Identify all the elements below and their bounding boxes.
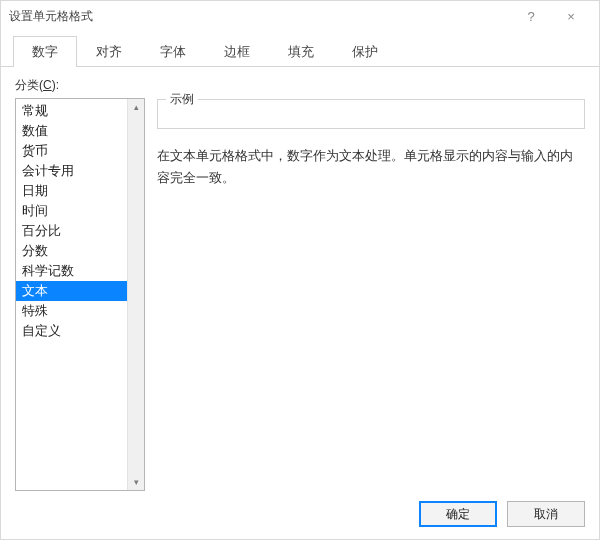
category-listbox[interactable]: 常规数值货币会计专用日期时间百分比分数科学记数文本特殊自定义 ▴ ▾ xyxy=(15,98,145,491)
list-item[interactable]: 特殊 xyxy=(16,301,127,321)
list-item[interactable]: 常规 xyxy=(16,101,127,121)
list-item[interactable]: 科学记数 xyxy=(16,261,127,281)
list-item[interactable]: 时间 xyxy=(16,201,127,221)
cancel-button[interactable]: 取消 xyxy=(507,501,585,527)
scrollbar[interactable]: ▴ ▾ xyxy=(127,99,144,490)
category-description: 在文本单元格格式中，数字作为文本处理。单元格显示的内容与输入的内容完全一致。 xyxy=(157,145,585,189)
dialog-title: 设置单元格格式 xyxy=(9,8,511,25)
list-item[interactable]: 文本 xyxy=(16,281,127,301)
detail-column: 示例 在文本单元格格式中，数字作为文本处理。单元格显示的内容与输入的内容完全一致… xyxy=(157,77,585,491)
ok-button[interactable]: 确定 xyxy=(419,501,497,527)
list-item[interactable]: 百分比 xyxy=(16,221,127,241)
tab-2[interactable]: 字体 xyxy=(141,36,205,67)
scroll-up-icon[interactable]: ▴ xyxy=(134,99,139,115)
format-cells-dialog: 设置单元格格式 ? × 数字对齐字体边框填充保护 分类(C): 常规数值货币会计… xyxy=(0,0,600,540)
scroll-down-icon[interactable]: ▾ xyxy=(134,474,139,490)
list-item[interactable]: 会计专用 xyxy=(16,161,127,181)
dialog-body: 分类(C): 常规数值货币会计专用日期时间百分比分数科学记数文本特殊自定义 ▴ … xyxy=(1,67,599,491)
tab-1[interactable]: 对齐 xyxy=(77,36,141,67)
category-label: 分类(C): xyxy=(15,77,145,94)
tab-0[interactable]: 数字 xyxy=(13,36,77,67)
tab-strip: 数字对齐字体边框填充保护 xyxy=(1,35,599,67)
titlebar: 设置单元格格式 ? × xyxy=(1,1,599,31)
tab-4[interactable]: 填充 xyxy=(269,36,333,67)
sample-box: 示例 xyxy=(157,99,585,129)
sample-legend: 示例 xyxy=(166,91,198,108)
help-button[interactable]: ? xyxy=(511,9,551,24)
tab-5[interactable]: 保护 xyxy=(333,36,397,67)
tab-3[interactable]: 边框 xyxy=(205,36,269,67)
list-item[interactable]: 自定义 xyxy=(16,321,127,341)
list-item[interactable]: 分数 xyxy=(16,241,127,261)
close-button[interactable]: × xyxy=(551,9,591,24)
list-item[interactable]: 数值 xyxy=(16,121,127,141)
category-column: 分类(C): 常规数值货币会计专用日期时间百分比分数科学记数文本特殊自定义 ▴ … xyxy=(15,77,145,491)
dialog-footer: 确定 取消 xyxy=(1,491,599,539)
list-item[interactable]: 货币 xyxy=(16,141,127,161)
list-item[interactable]: 日期 xyxy=(16,181,127,201)
